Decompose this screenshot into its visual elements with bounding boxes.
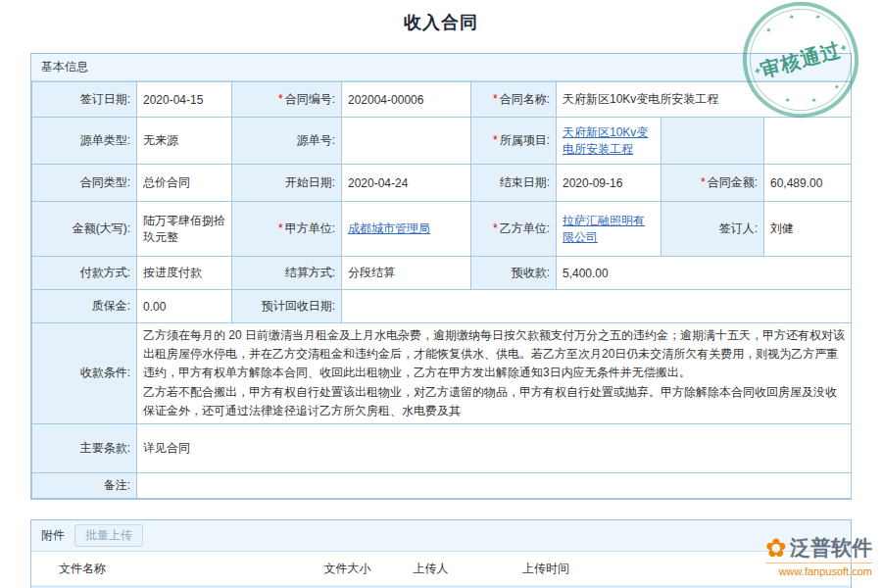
value-sign-date: 2020-04-15 bbox=[137, 82, 232, 118]
field-label: 乙方单位: bbox=[500, 221, 550, 235]
label-start-date: 开始日期: bbox=[232, 165, 342, 202]
label-settlement-method: 结算方式: bbox=[232, 257, 342, 290]
field-label: 签订日期: bbox=[80, 92, 130, 106]
vendor-url: www.fanpusoft.com bbox=[765, 563, 872, 577]
value-source-no bbox=[342, 118, 471, 165]
label-retention: 质保金: bbox=[32, 290, 137, 323]
stamp-text: 审核通过 bbox=[758, 36, 844, 83]
value-payment-method: 按进度付款 bbox=[137, 257, 232, 290]
col-file-name: 文件名称 bbox=[31, 552, 296, 585]
form-row: 质保金: 0.00 预计回收日期: bbox=[32, 290, 852, 323]
value-signer: 刘健 bbox=[764, 202, 852, 257]
form-row: 付款方式: 按进度付款 结算方式: 分段结算 预收款: 5,400.00 bbox=[32, 257, 852, 290]
value-retention: 0.00 bbox=[137, 290, 232, 323]
label-project: *所属项目: bbox=[471, 118, 557, 165]
col-uploader: 上传人 bbox=[399, 552, 463, 585]
field-label: 结束日期: bbox=[500, 175, 550, 189]
form-row: 金额(大写): 陆万零肆佰捌拾玖元整 *甲方单位: 成都城市管理局 *乙方单位:… bbox=[32, 202, 852, 257]
value-amount-words: 陆万零肆佰捌拾玖元整 bbox=[137, 202, 232, 257]
col-upload-time: 上传时间 bbox=[463, 552, 629, 585]
field-label: 开始日期: bbox=[285, 175, 335, 189]
stamp-star-icon: ✦ bbox=[752, 65, 763, 77]
label-source-type: 源单类型: bbox=[32, 118, 137, 165]
value-expected-recovery-date bbox=[342, 290, 852, 323]
project-link[interactable]: 天府新区10Kv变电所安装工程 bbox=[563, 125, 648, 156]
stamp-star-icon: ✦ bbox=[814, 13, 823, 22]
value-source-type: 无来源 bbox=[137, 118, 232, 165]
stamp-star-icon: ✦ bbox=[809, 96, 818, 105]
required-marker: * bbox=[493, 92, 498, 106]
required-marker: * bbox=[493, 133, 498, 147]
field-label: 预计回收日期: bbox=[262, 299, 335, 313]
form-row: 主要条款: 详见合同 bbox=[32, 423, 852, 472]
label-remark: 备注: bbox=[32, 472, 137, 498]
field-label: 合同金额: bbox=[708, 175, 758, 189]
party-a-link[interactable]: 成都城市管理局 bbox=[348, 221, 430, 235]
label-party-a: *甲方单位: bbox=[232, 202, 342, 257]
label-expected-recovery-date: 预计回收日期: bbox=[232, 290, 342, 323]
required-marker: * bbox=[278, 221, 283, 235]
value-advance-payment: 5,400.00 bbox=[557, 257, 852, 290]
value-contract-amount: 60,489.00 bbox=[764, 165, 852, 202]
vendor-logo-row: ✿ 泛普软件 bbox=[765, 534, 872, 562]
col-file-size: 文件大小 bbox=[296, 552, 399, 585]
form-row: 合同类型: 总价合同 开始日期: 2020-04-24 结束日期: 2020-0… bbox=[32, 165, 852, 202]
field-label: 签订人: bbox=[719, 221, 758, 235]
value-remark bbox=[137, 472, 852, 498]
field-label: 付款方式: bbox=[80, 266, 130, 279]
vendor-brand-name: 泛普软件 bbox=[790, 534, 872, 562]
label-contract-amount: *合同金额: bbox=[662, 165, 764, 202]
label-contract-no: *合同编号: bbox=[232, 82, 342, 118]
label-source-no: 源单号: bbox=[232, 118, 342, 165]
attachments-panel: 附件 批量上传 文件名称 文件大小 上传人 上传时间 bbox=[30, 519, 852, 588]
value-receipt-terms: 乙方须在每月的 20 日前缴清当月租金及上月水电杂费，逾期缴纳每日按欠款额支付万… bbox=[137, 323, 852, 424]
form-row: 收款条件: 乙方须在每月的 20 日前缴清当月租金及上月水电杂费，逾期缴纳每日按… bbox=[32, 323, 852, 424]
label-advance-payment: 预收款: bbox=[471, 257, 557, 290]
field-label: 源单号: bbox=[297, 133, 335, 147]
value-party-a: 成都城市管理局 bbox=[342, 202, 471, 257]
file-table: 文件名称 文件大小 上传人 上传时间 bbox=[31, 552, 851, 588]
form-row: 源单类型: 无来源 源单号: *所属项目: 天府新区10Kv变电所安装工程 bbox=[32, 118, 852, 165]
attachments-header: 附件 批量上传 bbox=[31, 520, 851, 552]
required-marker: * bbox=[278, 92, 283, 106]
file-table-header-row: 文件名称 文件大小 上传人 上传时间 bbox=[31, 552, 851, 585]
label-signer: 签订人: bbox=[662, 202, 764, 257]
form-row: 签订日期: 2020-04-15 *合同编号: 202004-00006 *合同… bbox=[32, 82, 852, 118]
value-contract-type: 总价合同 bbox=[137, 165, 232, 202]
stamp-star-icon: ✦ bbox=[788, 13, 797, 22]
stamp-star-icon: ✦ bbox=[838, 42, 850, 55]
stamp-star-icon: ✦ bbox=[833, 83, 842, 92]
fanpu-logo-icon: ✿ bbox=[765, 535, 787, 561]
vendor-logo: ✿ 泛普软件 www.fanpusoft.com bbox=[765, 534, 872, 577]
field-label: 收款条件: bbox=[80, 366, 130, 379]
field-label: 预收款: bbox=[512, 266, 550, 279]
party-b-link[interactable]: 拉萨汇融照明有限公司 bbox=[563, 214, 645, 244]
label-receipt-terms: 收款条件: bbox=[32, 323, 137, 424]
required-marker: * bbox=[701, 175, 706, 189]
basic-info-panel: 基本信息 签订日期: 2020-04-15 *合同编号: 202004-0000… bbox=[30, 53, 852, 500]
field-label: 金额(大写): bbox=[73, 221, 130, 235]
label-amount-words: 金额(大写): bbox=[32, 202, 137, 257]
field-label: 合同名称: bbox=[500, 92, 550, 106]
label-contract-type: 合同类型: bbox=[32, 165, 137, 202]
field-label: 甲方单位: bbox=[285, 221, 335, 235]
field-label: 合同类型: bbox=[80, 175, 130, 189]
stamp-star-icon: ✦ bbox=[783, 96, 792, 105]
field-label: 结算方式: bbox=[285, 266, 335, 279]
stamp-star-icon: ✦ bbox=[764, 26, 773, 35]
form-row: 备注: bbox=[32, 472, 852, 498]
contract-form-table: 签订日期: 2020-04-15 *合同编号: 202004-00006 *合同… bbox=[31, 81, 852, 499]
field-label: 备注: bbox=[104, 478, 130, 492]
value-contract-no: 202004-00006 bbox=[342, 82, 471, 118]
empty-value-cell bbox=[764, 118, 852, 165]
field-label: 源单类型: bbox=[80, 133, 130, 147]
label-payment-method: 付款方式: bbox=[32, 257, 137, 290]
basic-info-section-title: 基本信息 bbox=[31, 54, 851, 81]
value-party-b: 拉萨汇融照明有限公司 bbox=[557, 202, 662, 257]
batch-upload-button[interactable]: 批量上传 bbox=[74, 524, 143, 547]
label-end-date: 结束日期: bbox=[471, 165, 557, 202]
value-settlement-method: 分段结算 bbox=[342, 257, 471, 290]
value-start-date: 2020-04-24 bbox=[342, 165, 471, 202]
label-contract-name: *合同名称: bbox=[471, 82, 557, 118]
field-label: 合同编号: bbox=[285, 92, 335, 106]
